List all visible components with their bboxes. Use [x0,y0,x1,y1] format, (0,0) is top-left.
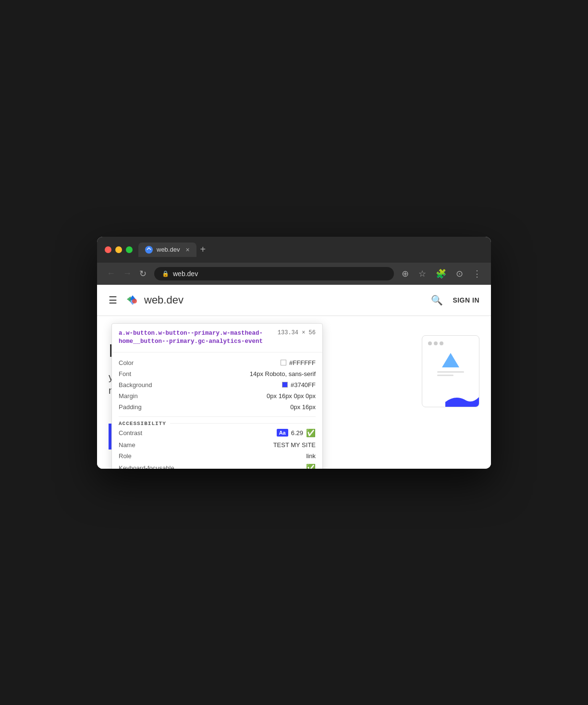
site-logo-text: web.dev [144,294,184,306]
url-display: web.dev [173,270,198,278]
browser-tab[interactable]: web.dev × [138,243,196,257]
bookmark-icon[interactable]: ☆ [416,267,428,281]
keyboard-check-icon: ✅ [306,463,316,469]
background-label: Background [119,381,152,389]
padding-row: Padding 0px 16px [119,401,316,413]
keyboard-value: ✅ [306,463,316,469]
tab-close-button[interactable]: × [185,246,189,254]
inspector-header: a.w-button.w-button--primary.w-masthead-… [112,324,322,352]
keyboard-row: Keyboard-focusable ✅ [119,462,316,469]
lock-icon: 🔒 [162,270,169,277]
padding-label: Padding [119,403,142,411]
name-value: TEST MY SITE [273,441,316,449]
tab-favicon [145,246,153,254]
mock-triangle [442,353,459,367]
margin-label: Margin [119,392,138,400]
mock-dot-3 [440,341,443,345]
mock-dot-2 [434,341,438,345]
padding-value: 0px 16px [290,403,316,411]
inspector-selector: a.w-button.w-button--primary.w-masthead-… [119,329,272,346]
mock-wave [445,392,479,407]
nav-buttons: ← → ↻ [105,267,148,281]
color-label: Color [119,359,134,366]
contrast-row: Contrast Aa 6.29 ✅ [119,426,316,439]
inspector-body: Color #FFFFFF Font 14px Roboto, sans-ser… [112,352,322,469]
color-row: Color #FFFFFF [119,357,316,368]
font-label: Font [119,370,131,377]
omnibox-bar: ← → ↻ 🔒 web.dev ⊕ ☆ 🧩 ⊙ ⋮ [97,263,491,285]
refresh-button[interactable]: ↻ [137,267,148,281]
browser-window: web.dev × + ← → ↻ 🔒 web.dev ⊕ ☆ 🧩 ⊙ ⋮ [97,237,491,469]
color-value: #FFFFFF [281,359,316,366]
forward-button[interactable]: → [121,267,134,280]
color-swatch-white [281,360,286,365]
mock-dot-1 [428,341,432,345]
contrast-check-icon: ✅ [306,428,316,438]
mock-browser-dots [428,341,443,345]
close-button[interactable] [105,246,111,253]
font-row: Font 14px Roboto, sans-serif [119,368,316,379]
contrast-label: Contrast [119,429,142,437]
title-bar: web.dev × + [97,237,491,263]
contrast-badge: Aa [277,429,288,437]
mock-line-2 [437,375,453,376]
hamburger-menu-icon[interactable]: ☰ [109,294,117,306]
site-header: ☰ web.dev 🔍 SIGN IN [97,285,491,316]
site-logo[interactable]: web.dev [125,292,184,308]
margin-value: 0px 16px 0px 0px [267,392,316,400]
role-value: link [306,452,316,460]
font-value: 14px Roboto, sans-serif [250,370,316,377]
inspector-popup: a.w-button.w-button--primary.w-masthead-… [111,323,323,469]
tab-title: web.dev [157,246,180,253]
keyboard-label: Keyboard-focusable [119,464,174,469]
site-header-left: ☰ web.dev [109,292,184,308]
tab-bar: web.dev × + [138,243,483,257]
extensions-icon[interactable]: 🧩 [434,267,448,281]
search-icon[interactable]: 🔍 [431,294,443,306]
page-content: ☰ web.dev 🔍 SIGN IN [97,285,491,469]
site-header-right: 🔍 SIGN IN [431,294,479,306]
role-label: Role [119,452,132,460]
name-label: Name [119,441,135,449]
zoom-icon[interactable]: ⊕ [400,267,411,281]
inspector-divider [119,416,316,417]
contrast-value: Aa 6.29 ✅ [277,428,316,438]
webdev-logo-icon [125,292,140,308]
mock-lines [437,371,464,378]
svg-point-2 [132,299,137,304]
browser-actions: ⊕ ☆ 🧩 ⊙ ⋮ [400,267,483,281]
margin-row: Margin 0px 16px 0px 0px [119,390,316,401]
color-swatch-blue [282,382,288,388]
maximize-button[interactable] [126,246,133,253]
new-tab-button[interactable]: + [200,244,206,255]
mock-line-1 [437,371,464,373]
sign-in-button[interactable]: SIGN IN [453,296,479,304]
back-button[interactable]: ← [105,267,117,280]
menu-icon[interactable]: ⋮ [471,267,483,281]
traffic-lights [105,246,133,253]
background-row: Background #3740FF [119,379,316,390]
inspector-dimensions: 133.34 × 56 [278,329,316,336]
address-bar[interactable]: 🔒 web.dev [154,267,394,280]
hero-illustration [422,335,479,407]
profile-icon[interactable]: ⊙ [454,267,465,281]
name-row: Name TEST MY SITE [119,439,316,450]
svg-marker-3 [127,296,131,302]
background-value: #3740FF [282,381,316,389]
role-row: Role link [119,450,316,462]
minimize-button[interactable] [115,246,122,253]
accessibility-section-label: ACCESSIBILITY [119,421,316,426]
